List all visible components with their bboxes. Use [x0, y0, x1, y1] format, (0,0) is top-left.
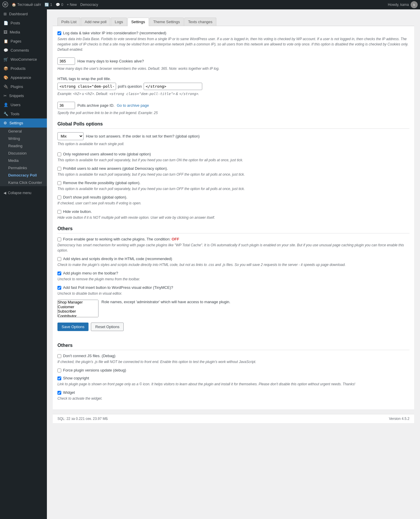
ip-log-label[interactable]: Log data & take visitor IP into consider… — [63, 31, 166, 35]
dont-connect-js-checkbox[interactable] — [57, 354, 61, 358]
widget-row: Widget — [57, 390, 409, 395]
html-wrap-after-input[interactable] — [144, 83, 202, 90]
submenu-democracy-poll[interactable]: Democracy Poll — [0, 172, 47, 179]
registered-only-section: Only registered users allowed to vote (g… — [57, 152, 409, 163]
sort-answers-label: How to sort answers. If the order is not… — [86, 134, 200, 138]
sidebar-item-tools[interactable]: 🔧 Tools — [0, 109, 47, 118]
role-names-label: Role names, except 'administrator' which… — [101, 300, 230, 304]
prohibit-answers-label[interactable]: Prohibit users to add new answers (globa… — [63, 166, 168, 171]
sidebar-item-snippets[interactable]: ✂ Snippets — [0, 91, 47, 100]
cookies-days-section: How many days to keep Cookies alive? How… — [57, 57, 409, 71]
add-fast-poll-checkbox[interactable] — [57, 286, 61, 290]
archive-page-link[interactable]: Go to archive page — [117, 103, 149, 108]
force-plugin-update-row: Force plugin versions update (debug) — [57, 368, 409, 372]
force-cache-description: Democracy has smart mechanism for workin… — [57, 242, 409, 253]
submenu-reading[interactable]: Reading — [0, 142, 47, 150]
submenu-kama-click-counter[interactable]: Kama Click Counter — [0, 179, 47, 186]
dont-connect-js-label[interactable]: Don't connect JS files. (Debag) — [63, 354, 115, 358]
collapse-menu-button[interactable]: ◀ Collapse menu — [0, 189, 47, 197]
appearance-icon: 🎨 — [4, 75, 8, 80]
submenu-writing[interactable]: Writing — [0, 135, 47, 142]
dont-show-results-label[interactable]: Don't show poll results (global option). — [63, 195, 127, 199]
prohibit-answers-checkbox[interactable] — [57, 167, 61, 171]
remove-revote-checkbox[interactable] — [57, 181, 61, 185]
dont-connect-js-section: Don't connect JS files. (Debag) If check… — [57, 354, 409, 364]
sidebar-item-users[interactable]: 👤 Users — [0, 100, 47, 109]
submenu-discussion[interactable]: Discussion — [0, 150, 47, 157]
dont-show-results-checkbox[interactable] — [57, 196, 61, 199]
admin-bar: W 🏠 Тестовый сайт 🔄 1 💬 0 + New Democrac… — [0, 0, 420, 9]
sort-answers-section: Mix By votes As added How to sort answer… — [57, 132, 409, 147]
cookies-days-input[interactable] — [57, 57, 75, 65]
sort-answers-row: Mix By votes As added How to sort answer… — [57, 132, 409, 140]
tools-icon: 🔧 — [4, 112, 8, 116]
remove-revote-label[interactable]: Remove the Revote possibility (global op… — [63, 181, 140, 185]
comments-link[interactable]: 💬 0 — [56, 3, 63, 7]
archive-page-input[interactable] — [57, 102, 75, 109]
updates-link[interactable]: 🔄 1 — [45, 3, 52, 7]
tab-logs[interactable]: Logs — [111, 18, 127, 26]
sidebar-item-settings[interactable]: ⚙ Settings — [0, 118, 47, 128]
force-cache-checkbox[interactable] — [57, 238, 61, 241]
show-copyright-label[interactable]: Show copyright — [63, 376, 89, 380]
sidebar-item-plugins[interactable]: 🔌 Plugins — [0, 82, 47, 91]
add-styles-description: Check to make the plugin's styles and sc… — [57, 262, 409, 267]
role-names-listbox[interactable]: Shop Manager Customer Subscriber Contrib… — [57, 300, 98, 317]
pages-icon: 📋 — [4, 39, 8, 43]
force-plugin-update-label[interactable]: Force plugin versions update (debug) — [63, 368, 126, 372]
sidebar-item-comments[interactable]: 💬 Comments — [0, 46, 47, 55]
ip-log-row: Log data & take visitor IP into consider… — [57, 31, 409, 35]
user-avatar[interactable]: k — [411, 1, 418, 8]
remove-revote-description: This option is available for each poll s… — [57, 186, 409, 191]
add-styles-label[interactable]: Add styles and scripts directly in the H… — [63, 257, 172, 261]
force-plugin-update-checkbox[interactable] — [57, 369, 61, 372]
ip-log-checkbox[interactable] — [57, 31, 61, 35]
cookies-days-row: How many days to keep Cookies alive? — [57, 57, 409, 65]
wp-logo-icon[interactable]: W — [2, 1, 8, 8]
snippets-icon: ✂ — [4, 94, 7, 98]
sidebar-item-woocommerce[interactable]: 🛒 WooCommerce — [0, 55, 47, 64]
widget-label[interactable]: Widget — [63, 390, 75, 395]
registered-only-label[interactable]: Only registered users allowed to vote (g… — [63, 152, 151, 156]
new-content-link[interactable]: + New — [67, 3, 77, 7]
users-icon: 👤 — [4, 103, 8, 107]
widget-checkbox[interactable] — [57, 391, 61, 395]
archive-page-section: Polls archive page ID. Go to archive pag… — [57, 102, 409, 116]
registered-only-checkbox[interactable] — [57, 152, 61, 156]
add-fast-poll-row: Add fast Poll insert button to WordPress… — [57, 285, 409, 290]
dont-show-results-section: Don't show poll results (global option).… — [57, 195, 409, 206]
sidebar-item-appearance[interactable]: 🎨 Appearance — [0, 73, 47, 82]
html-wrap-before-input[interactable] — [57, 83, 116, 90]
tab-polls-list[interactable]: Polls List — [57, 18, 80, 26]
plugin-label[interactable]: Democracy — [80, 3, 98, 7]
sort-answers-select[interactable]: Mix By votes As added — [57, 132, 84, 140]
submenu-general[interactable]: General — [0, 128, 47, 135]
sidebar-item-products[interactable]: 📦 Products — [0, 64, 47, 73]
sidebar-item-media[interactable]: 🖼 Media — [0, 28, 47, 37]
add-plugin-menu-checkbox[interactable] — [57, 272, 61, 275]
hide-vote-button-row: Hide vote button. — [57, 209, 409, 214]
site-name-link[interactable]: 🏠 Тестовый сайт — [12, 3, 41, 7]
save-options-button[interactable]: Save Options — [57, 323, 89, 331]
tab-texts-changes[interactable]: Texts changes — [184, 18, 216, 26]
sidebar-item-posts[interactable]: 📄 Posts — [0, 18, 47, 28]
tab-settings[interactable]: Settings — [127, 18, 149, 26]
dont-show-results-row: Don't show poll results (global option). — [57, 195, 409, 199]
sidebar-item-pages[interactable]: 📋 Pages — [0, 37, 47, 46]
tab-theme-settings[interactable]: Theme Settings — [149, 18, 184, 26]
sidebar-item-dashboard[interactable]: ⊞ Dashboard — [0, 9, 47, 18]
hide-vote-button-label[interactable]: Hide vote button. — [63, 209, 92, 214]
force-cache-label[interactable]: Force enable gear to working with cache … — [63, 237, 179, 241]
submenu-permalinks[interactable]: Permalinks — [0, 164, 47, 172]
archive-page-row: Polls archive page ID. Go to archive pag… — [57, 102, 409, 109]
show-copyright-row: Show copyright — [57, 376, 409, 380]
add-fast-poll-label[interactable]: Add fast Poll insert button to WordPress… — [63, 285, 173, 290]
show-copyright-checkbox[interactable] — [57, 376, 61, 380]
add-plugin-menu-label[interactable]: Add plugin menu on the toolbar? — [63, 271, 118, 275]
submenu-media[interactable]: Media — [0, 157, 47, 164]
hide-vote-button-checkbox[interactable] — [57, 210, 61, 214]
tab-add-new-poll[interactable]: Add new poll — [81, 18, 110, 26]
reset-options-button[interactable]: Reset Options — [91, 323, 124, 331]
add-styles-checkbox[interactable] — [57, 257, 61, 261]
version-info: Version 4.5.2 — [389, 417, 409, 421]
